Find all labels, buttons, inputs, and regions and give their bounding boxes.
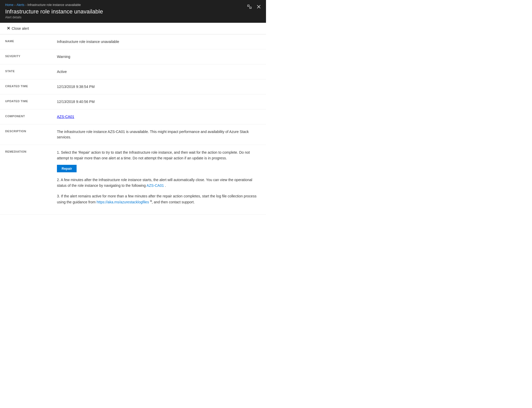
remediation-step2-text: 2. A few minutes after the Infrastructur… <box>57 177 261 189</box>
close-alert-label: Close alert <box>12 26 29 31</box>
detail-row-severity: SEVERITY Warning <box>0 49 266 64</box>
close-button[interactable] <box>256 4 262 11</box>
close-alert-icon: ✕ <box>7 26 10 31</box>
component-link[interactable]: AZS-CA01 <box>57 115 74 119</box>
remediation-step2-block: 2. A few minutes after the Infrastructur… <box>57 177 261 189</box>
repair-button[interactable]: Repair <box>57 165 77 172</box>
close-alert-button[interactable]: ✕ Close alert <box>5 25 31 32</box>
svg-rect-1 <box>250 7 251 9</box>
breadcrumb-home[interactable]: Home <box>5 3 13 7</box>
toolbar: ✕ Close alert <box>0 23 266 34</box>
name-label: NAME <box>5 39 57 43</box>
name-value: Infrastructure role instance unavailable <box>57 39 261 44</box>
remediation-label: REMEDIATION <box>5 150 57 153</box>
created-time-value: 12/13/2018 9:38:54 PM <box>57 84 261 90</box>
content-area: NAME Infrastructure role instance unavai… <box>0 34 266 225</box>
detail-row-state: STATE Active <box>0 64 266 79</box>
state-value: Active <box>57 69 261 75</box>
remediation-step3-text: 3. If the alert remains active for more … <box>57 193 261 205</box>
detail-row-name: NAME Infrastructure role instance unavai… <box>0 34 266 49</box>
remediation-step2-link[interactable]: AZS-CA01 <box>146 183 164 188</box>
breadcrumb-sep2: › <box>25 3 26 6</box>
breadcrumb-alerts[interactable]: Alerts <box>17 3 25 7</box>
header-actions <box>246 4 262 11</box>
page-title: Infrastructure role instance unavailable <box>5 8 261 15</box>
detail-row-updated-time: UPDATED TIME 12/13/2018 9:40:56 PM <box>0 94 266 109</box>
breadcrumb: Home › Alerts › Infrastructure role inst… <box>5 3 261 7</box>
remediation-value: 1. Select the 'Repair' action to try to … <box>57 150 261 210</box>
svg-rect-0 <box>248 5 249 6</box>
detail-row-remediation: REMEDIATION 1. Select the 'Repair' actio… <box>0 145 266 214</box>
created-time-label: CREATED TIME <box>5 84 57 88</box>
severity-value: Warning <box>57 54 261 60</box>
description-value: The infrastructure role instance AZS-CA0… <box>57 129 261 140</box>
maximize-button[interactable] <box>246 4 253 11</box>
severity-label: SEVERITY <box>5 54 57 58</box>
updated-time-value: 12/13/2018 9:40:56 PM <box>57 99 261 105</box>
detail-row-component: COMPONENT AZS-CA01 <box>0 109 266 124</box>
remediation-step3-link[interactable]: https://aka.ms/azurestacklogfiles <box>97 200 149 204</box>
component-value: AZS-CA01 <box>57 114 261 120</box>
page-header: Home › Alerts › Infrastructure role inst… <box>0 0 266 23</box>
detail-row-created-time: CREATED TIME 12/13/2018 9:38:54 PM <box>0 79 266 94</box>
remediation-step1-text: 1. Select the 'Repair' action to try to … <box>57 150 261 161</box>
state-label: STATE <box>5 69 57 73</box>
remediation-step1-block: 1. Select the 'Repair' action to try to … <box>57 150 261 172</box>
breadcrumb-current: Infrastructure role instance unavailable <box>27 3 81 7</box>
page-subtitle: Alert details <box>5 16 261 19</box>
detail-row-description: DESCRIPTION The infrastructure role inst… <box>0 124 266 145</box>
component-label: COMPONENT <box>5 114 57 118</box>
remediation-step3-block: 3. If the alert remains active for more … <box>57 193 261 205</box>
breadcrumb-sep1: › <box>14 3 16 6</box>
description-label: DESCRIPTION <box>5 129 57 133</box>
updated-time-label: UPDATED TIME <box>5 99 57 103</box>
